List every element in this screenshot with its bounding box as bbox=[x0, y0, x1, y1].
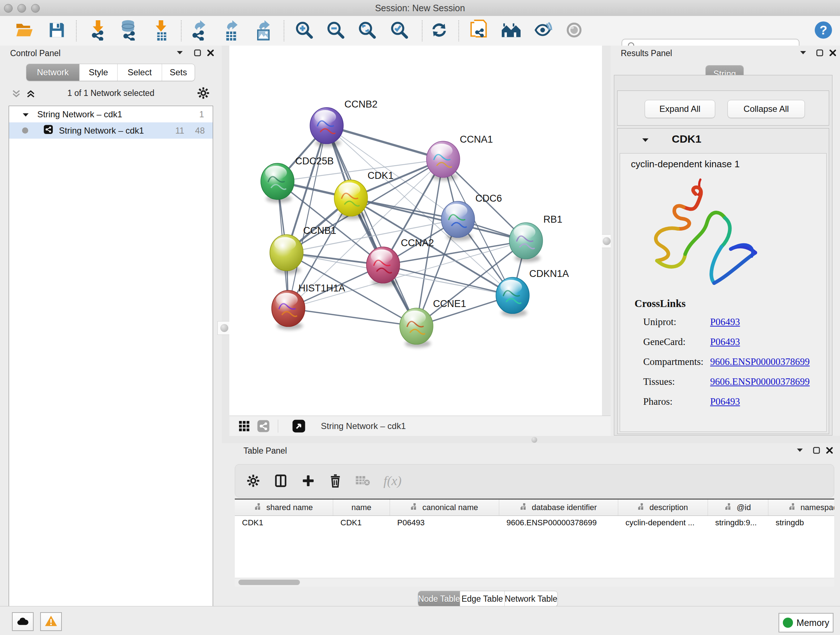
network-node-CCNB1[interactable]: CCNB1 bbox=[270, 225, 336, 274]
zoom-in-button[interactable] bbox=[292, 18, 316, 43]
show-graphics-details-button[interactable] bbox=[562, 18, 586, 43]
table-cell[interactable]: CDK1 bbox=[235, 516, 333, 530]
network-node-RB1[interactable]: RB1 bbox=[509, 214, 562, 262]
gene-section: CDK1 cyclin-dependent kinase 1 bbox=[617, 128, 829, 434]
warnings-button[interactable] bbox=[40, 612, 62, 631]
network-row-selected[interactable]: String Network – cdk1 11 48 bbox=[9, 122, 213, 139]
tree-expander-icon[interactable] bbox=[22, 109, 29, 119]
panel-menu-icon[interactable] bbox=[796, 448, 804, 453]
section-expander-icon[interactable] bbox=[641, 137, 649, 143]
tab-network-table[interactable]: Network Table bbox=[504, 591, 557, 606]
network-node-CCNB2[interactable]: CCNB2 bbox=[310, 99, 378, 147]
table-cell[interactable]: P06493 bbox=[390, 516, 499, 530]
node-count: 11 bbox=[175, 126, 184, 136]
network-selection-status: 1 of 1 Network selected bbox=[0, 88, 222, 98]
panel-menu-icon[interactable] bbox=[799, 50, 807, 55]
network-node-CDKN1A[interactable]: CDKN1A bbox=[496, 268, 569, 317]
close-panel-icon[interactable] bbox=[206, 49, 215, 57]
delete-column-icon[interactable] bbox=[328, 473, 342, 488]
cloud-icon bbox=[16, 616, 29, 627]
table-cell[interactable]: stringdb bbox=[768, 516, 834, 530]
table-cell[interactable]: CDK1 bbox=[333, 516, 390, 530]
help-button[interactable]: ? bbox=[812, 18, 835, 43]
column-header-canonical-name[interactable]: canonical name bbox=[390, 500, 499, 516]
zoom-selected-button[interactable] bbox=[387, 18, 411, 43]
column-header-shared-name[interactable]: shared name bbox=[235, 500, 333, 516]
horizontal-splitter-handle[interactable] bbox=[531, 437, 537, 443]
crosslink-value-link[interactable]: P06493 bbox=[710, 317, 740, 328]
network-edge[interactable] bbox=[288, 126, 327, 309]
table-hscrollbar[interactable] bbox=[235, 578, 834, 587]
close-panel-icon[interactable] bbox=[829, 49, 837, 57]
network-share-gray-icon[interactable] bbox=[257, 420, 270, 432]
crosslink-value-link[interactable]: P06493 bbox=[710, 336, 740, 348]
zoom-out-button[interactable] bbox=[324, 18, 347, 43]
network-edge[interactable] bbox=[383, 265, 513, 295]
import-network-database-button[interactable] bbox=[117, 18, 141, 43]
export-image-button[interactable] bbox=[251, 18, 275, 43]
float-panel-icon[interactable] bbox=[815, 49, 824, 57]
left-splitter[interactable] bbox=[222, 46, 229, 443]
column-header-name[interactable]: name bbox=[333, 500, 390, 516]
tab-sets[interactable]: Sets bbox=[162, 64, 195, 81]
network-options-gear-icon[interactable] bbox=[196, 86, 210, 100]
network-node-CDC25B[interactable]: CDC25B bbox=[261, 156, 334, 203]
column-header--id[interactable]: @id bbox=[708, 500, 768, 516]
table-cell[interactable]: cyclin-dependent ... bbox=[618, 516, 708, 530]
column-type-icon bbox=[411, 503, 418, 512]
table-cell[interactable]: stringdb:9... bbox=[708, 516, 768, 530]
detach-view-icon[interactable] bbox=[292, 419, 306, 433]
show-columns-icon[interactable] bbox=[273, 473, 288, 488]
table-options-gear-icon[interactable] bbox=[246, 473, 261, 488]
gene-name[interactable]: CDK1 bbox=[672, 133, 701, 145]
column-header-database-identifier[interactable]: database identifier bbox=[499, 500, 618, 516]
refresh-button[interactable] bbox=[427, 18, 451, 43]
horizontal-splitter[interactable] bbox=[222, 436, 840, 443]
save-session-button[interactable] bbox=[45, 18, 69, 43]
network-node-HIST1H1A[interactable]: HIST1H1A bbox=[272, 283, 345, 330]
table-row[interactable]: CDK1CDK1P064939606.ENSP00000378699cyclin… bbox=[235, 516, 834, 530]
column-header-description[interactable]: description bbox=[618, 500, 708, 516]
panel-menu-icon[interactable] bbox=[176, 50, 183, 55]
network-edge[interactable] bbox=[327, 126, 443, 159]
import-network-file-button[interactable] bbox=[86, 18, 110, 43]
network-edge[interactable] bbox=[351, 198, 526, 241]
open-session-button[interactable] bbox=[12, 18, 36, 43]
tab-network[interactable]: Network bbox=[27, 64, 79, 81]
zoom-fit-button[interactable] bbox=[355, 18, 379, 43]
crosslink-value-link[interactable]: P06493 bbox=[710, 396, 740, 407]
first-neighbors-button[interactable] bbox=[467, 18, 491, 43]
export-table-button[interactable] bbox=[219, 18, 243, 43]
crosslink-value-link[interactable]: 9606.ENSP00000378699 bbox=[710, 356, 810, 367]
export-network-button[interactable] bbox=[187, 18, 210, 43]
crosslink-value-link[interactable]: 9606.ENSP00000378699 bbox=[710, 376, 810, 387]
show-hide-graphics-button[interactable] bbox=[531, 18, 554, 43]
network-node-CDC6[interactable]: CDC6 bbox=[441, 193, 502, 241]
network-overview-button[interactable] bbox=[499, 18, 523, 43]
cloud-status-button[interactable] bbox=[12, 612, 34, 631]
tab-select[interactable]: Select bbox=[117, 64, 162, 81]
network-node-CCNE1[interactable]: CCNE1 bbox=[400, 298, 466, 348]
collapse-all-button[interactable]: Collapse All bbox=[728, 100, 805, 118]
add-column-icon[interactable] bbox=[301, 473, 316, 488]
table-cell[interactable]: 9606.ENSP00000378699 bbox=[499, 516, 618, 530]
import-table-button[interactable] bbox=[149, 18, 173, 43]
close-panel-icon[interactable] bbox=[825, 446, 834, 455]
tab-style[interactable]: Style bbox=[79, 64, 117, 81]
birdseye-grid-icon[interactable] bbox=[238, 420, 250, 432]
network-canvas[interactable]: CCNB2CCNA1CDC25BCDK1CDC6RB1CCNB1CCNA2CDK… bbox=[229, 46, 602, 416]
network-collection-row[interactable]: String Network – cdk1 1 bbox=[9, 106, 213, 122]
float-panel-icon[interactable] bbox=[812, 446, 821, 455]
network-edge[interactable] bbox=[288, 309, 416, 326]
network-edge[interactable] bbox=[327, 126, 416, 326]
hscrollbar-thumb[interactable] bbox=[238, 580, 300, 585]
tab-edge-table[interactable]: Edge Table bbox=[460, 591, 504, 606]
float-panel-icon[interactable] bbox=[193, 49, 202, 57]
tab-node-table[interactable]: Node Table bbox=[418, 591, 460, 606]
column-header-namespace[interactable]: namespace bbox=[768, 500, 834, 516]
expand-all-button[interactable]: Expand All bbox=[645, 100, 715, 118]
crosslinks-list: Uniprot:P06493GeneCard:P06493Compartment… bbox=[643, 312, 821, 412]
network-node-CCNA1[interactable]: CCNA1 bbox=[426, 134, 493, 181]
network-graph[interactable]: CCNB2CCNA1CDC25BCDK1CDC6RB1CCNB1CCNA2CDK… bbox=[229, 46, 602, 416]
memory-button[interactable]: Memory bbox=[778, 613, 834, 632]
